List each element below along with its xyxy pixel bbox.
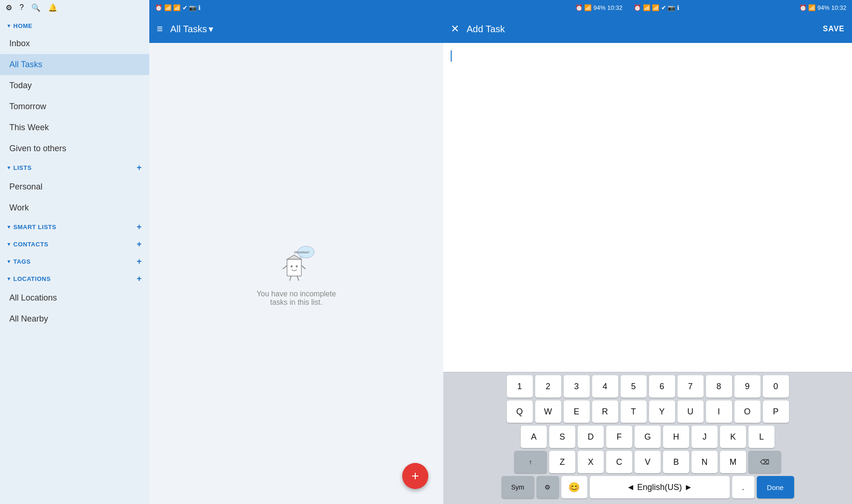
key-9[interactable]: 9 bbox=[734, 375, 761, 398]
key-c[interactable]: C bbox=[606, 451, 632, 473]
period-key[interactable]: . bbox=[732, 476, 754, 498]
svg-line-10 bbox=[297, 276, 299, 281]
key-7[interactable]: 7 bbox=[677, 375, 704, 398]
locations-section-header[interactable]: ▾ LOCATIONS + bbox=[0, 270, 149, 287]
lists-label: LISTS bbox=[14, 164, 32, 171]
add-task-title: Add Task bbox=[467, 24, 823, 35]
smart-lists-section-header[interactable]: ▾ SMART LISTS + bbox=[0, 218, 149, 236]
key-q[interactable]: Q bbox=[507, 400, 533, 423]
keyboard-row-qwerty: Q W E R T Y U I O P bbox=[445, 400, 850, 423]
sidebar-item-this-week[interactable]: This Week bbox=[0, 117, 149, 138]
key-o[interactable]: O bbox=[734, 400, 761, 423]
close-add-task-button[interactable]: ✕ bbox=[451, 23, 459, 35]
key-d[interactable]: D bbox=[578, 426, 604, 448]
keyboard-row-bottom: Sym ⚙ 😊 ◄ English(US) ► . Done bbox=[445, 476, 850, 498]
svg-text:Woohoo!: Woohoo! bbox=[294, 250, 310, 254]
search-icon[interactable]: 🔍 bbox=[31, 3, 41, 12]
middle-toolbar-title[interactable]: All Tasks ▾ bbox=[170, 23, 214, 35]
key-x[interactable]: X bbox=[578, 451, 604, 473]
key-2[interactable]: 2 bbox=[535, 375, 561, 398]
key-n[interactable]: N bbox=[691, 451, 718, 473]
key-s[interactable]: S bbox=[549, 426, 575, 448]
key-r[interactable]: R bbox=[592, 400, 618, 423]
key-e[interactable]: E bbox=[564, 400, 590, 423]
all-nearby-label: All Nearby bbox=[9, 314, 48, 323]
key-f[interactable]: F bbox=[606, 426, 632, 448]
help-icon[interactable]: ? bbox=[20, 3, 24, 12]
key-8[interactable]: 8 bbox=[706, 375, 732, 398]
svg-line-8 bbox=[301, 266, 306, 269]
key-z[interactable]: Z bbox=[549, 451, 575, 473]
inbox-label: Inbox bbox=[9, 39, 30, 48]
key-u[interactable]: U bbox=[677, 400, 704, 423]
key-5[interactable]: 5 bbox=[621, 375, 647, 398]
key-i[interactable]: I bbox=[706, 400, 732, 423]
smart-lists-label: SMART LISTS bbox=[14, 224, 56, 231]
sidebar-item-work[interactable]: Work bbox=[0, 197, 149, 218]
status-bar-right: ⏰ 📶 📶 ✔ 📷 ℹ ⏰ 📶 94% 10:32 bbox=[628, 0, 852, 15]
key-t[interactable]: T bbox=[621, 400, 647, 423]
key-3[interactable]: 3 bbox=[564, 375, 590, 398]
contacts-section-header[interactable]: ▾ CONTACTS + bbox=[0, 236, 149, 253]
contacts-chevron-icon: ▾ bbox=[7, 241, 11, 247]
sidebar-item-personal[interactable]: Personal bbox=[0, 176, 149, 197]
empty-state-illustration: Woohoo! bbox=[275, 240, 317, 282]
svg-point-5 bbox=[291, 266, 293, 268]
lists-section-header[interactable]: ▾ LISTS + bbox=[0, 159, 149, 176]
personal-label: Personal bbox=[9, 182, 42, 191]
keyboard: 1 2 3 4 5 6 7 8 9 0 Q W E R T Y U I bbox=[443, 372, 852, 504]
middle-pane: ≡ All Tasks ▾ Woohoo! bbox=[149, 15, 443, 504]
sidebar-item-all-locations[interactable]: All Locations bbox=[0, 287, 149, 308]
sidebar-item-tomorrow[interactable]: Tomorrow bbox=[0, 96, 149, 117]
key-a[interactable]: A bbox=[521, 426, 547, 448]
gear-icon[interactable]: ⚙ bbox=[6, 3, 12, 12]
done-key[interactable]: Done bbox=[757, 476, 794, 498]
key-6[interactable]: 6 bbox=[649, 375, 675, 398]
middle-menu-icon[interactable]: ≡ bbox=[157, 23, 163, 35]
home-chevron-icon: ▾ bbox=[7, 23, 11, 29]
key-g[interactable]: G bbox=[635, 426, 661, 448]
status-bar: ⚙ ? 🔍 🔔 ⏰ 📶 📶 ✔ 📷 ℹ ⏰ 📶 94% 10:32 ⏰ 📶 📶 … bbox=[0, 0, 852, 15]
key-y[interactable]: Y bbox=[649, 400, 675, 423]
sidebar-item-all-nearby[interactable]: All Nearby bbox=[0, 308, 149, 329]
add-list-button[interactable]: + bbox=[137, 163, 142, 173]
space-key[interactable]: ◄ English(US) ► bbox=[590, 476, 730, 498]
main-area: ▾ HOME Inbox All Tasks Today Tomorrow Th… bbox=[0, 15, 852, 504]
status-time-right: ⏰ 📶 94% 10:32 bbox=[799, 4, 846, 11]
gear-key[interactable]: ⚙ bbox=[537, 476, 559, 498]
keyboard-row-asdf: A S D F G H J K L bbox=[445, 426, 850, 448]
task-input-area[interactable] bbox=[443, 43, 852, 372]
sidebar-item-inbox[interactable]: Inbox bbox=[0, 33, 149, 54]
key-l[interactable]: L bbox=[748, 426, 775, 448]
home-section-header[interactable]: ▾ HOME bbox=[0, 19, 149, 33]
key-h[interactable]: H bbox=[663, 426, 689, 448]
add-contact-button[interactable]: + bbox=[137, 239, 142, 249]
shift-key[interactable]: ↑ bbox=[514, 451, 547, 473]
key-w[interactable]: W bbox=[535, 400, 561, 423]
key-v[interactable]: V bbox=[635, 451, 661, 473]
bell-icon[interactable]: 🔔 bbox=[48, 3, 57, 12]
sidebar-item-given-to-others[interactable]: Given to others bbox=[0, 138, 149, 159]
key-0[interactable]: 0 bbox=[763, 375, 789, 398]
add-location-button[interactable]: + bbox=[137, 274, 142, 284]
emoji-key[interactable]: 😊 bbox=[561, 476, 587, 498]
svg-rect-3 bbox=[287, 259, 301, 276]
add-tag-button[interactable]: + bbox=[137, 257, 142, 266]
sym-key[interactable]: Sym bbox=[502, 476, 534, 498]
tags-section-header[interactable]: ▾ TAGS + bbox=[0, 253, 149, 270]
key-j[interactable]: J bbox=[691, 426, 718, 448]
backspace-key[interactable]: ⌫ bbox=[748, 451, 781, 473]
save-task-button[interactable]: SAVE bbox=[823, 25, 845, 33]
key-m[interactable]: M bbox=[720, 451, 746, 473]
sidebar-item-all-tasks[interactable]: All Tasks bbox=[0, 54, 149, 75]
key-1[interactable]: 1 bbox=[507, 375, 533, 398]
status-bar-left: ⚙ ? 🔍 🔔 bbox=[0, 0, 149, 15]
key-4[interactable]: 4 bbox=[592, 375, 618, 398]
home-label: HOME bbox=[14, 22, 33, 29]
add-smart-list-button[interactable]: + bbox=[137, 222, 142, 232]
key-k[interactable]: K bbox=[720, 426, 746, 448]
sidebar-item-today[interactable]: Today bbox=[0, 75, 149, 96]
key-b[interactable]: B bbox=[663, 451, 689, 473]
fab-button[interactable]: + bbox=[402, 463, 428, 489]
key-p[interactable]: P bbox=[763, 400, 789, 423]
